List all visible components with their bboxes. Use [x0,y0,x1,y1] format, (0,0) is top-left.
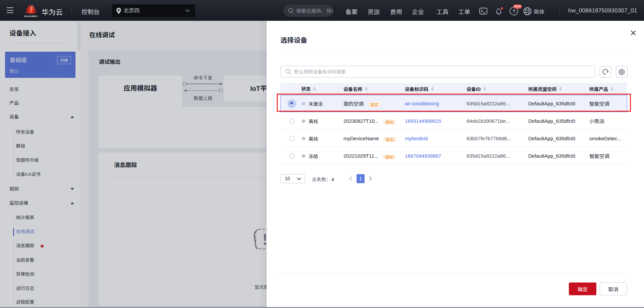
status-dot [302,137,305,140]
status-dot [302,102,305,105]
col-product[interactable]: 所属产品 [588,86,627,92]
radio-selected[interactable] [289,101,294,106]
refresh-icon [602,69,608,75]
table-header: 状态 设备名称 设备标识码 设备ID 所属资源空间 所属产品 [280,83,627,95]
modal-footer-divider [280,273,627,274]
sort-icon[interactable] [611,87,613,91]
notifications-bell-icon[interactable] [495,7,503,15]
sort-icon[interactable] [483,87,486,91]
top-bar: HUAWEI 华为云 控制台 北京四 备案 资源 费用 企业 工具 工单 [0,0,644,21]
gear-icon [619,69,625,75]
brand-name[interactable]: 华为云 [42,7,63,17]
radio-unselected[interactable] [289,153,294,159]
sort-icon[interactable] [313,87,316,91]
col-device-name[interactable]: 设备名称 [342,86,404,92]
col-device-id[interactable]: 设备ID [466,86,527,92]
search-icon [288,8,293,13]
console-link[interactable]: 控制台 [82,7,100,16]
device-row-4[interactable]: 冻结 20221029T11...虚拟 1667044939897 635d15… [280,147,627,165]
device-type-tag: 真实 [368,102,381,107]
sort-icon[interactable] [431,87,434,91]
huawei-logo[interactable] [25,4,37,14]
node-id-link[interactable]: 1667044939897 [405,153,441,159]
next-page-icon[interactable] [369,176,372,181]
ok-button[interactable]: 确定 [569,283,596,295]
column-settings-button[interactable] [616,66,627,78]
col-node-id[interactable]: 设备标识码 [404,86,466,92]
device-table: 状态 设备名称 设备标识码 设备ID 所属资源空间 所属产品 未激活 我的空调真… [280,83,627,165]
sort-icon[interactable] [559,87,562,91]
refresh-button[interactable] [600,66,611,78]
help-icon[interactable]: ? NEW [509,7,518,15]
total-count: 总条数：4 [312,176,334,183]
location-pin-icon [116,8,121,14]
status-dot [302,154,305,158]
device-type-tag: 真实 [383,137,396,142]
col-resource-space[interactable]: 所属资源空间 [527,86,588,93]
device-row-1[interactable]: 未激活 我的空调真实 air-conditioning 635d15a8222a… [280,95,627,112]
modal-title: 选择设备 [280,35,307,45]
modal-title-divider [280,53,627,53]
cli-terminal-icon[interactable] [479,8,487,14]
topbar-menu-beian[interactable]: 备案 [345,7,358,16]
region-label: 北京四 [123,4,140,17]
region-selector[interactable]: 北京四 [112,4,195,17]
node-id-link[interactable]: myNodeId [405,136,428,141]
cancel-button[interactable]: 取消 [600,283,627,295]
topbar-divider [71,8,72,13]
topbar-menu-tools[interactable]: 工具 [436,7,448,16]
radio-unselected[interactable] [289,136,294,141]
prev-page-icon[interactable] [349,176,352,181]
chevron-down-icon [185,9,190,12]
svg-text:?: ? [513,9,515,14]
page-size-select[interactable]: 10 [280,174,305,183]
huawei-wordmark: HUAWEI [24,15,38,18]
device-search-input[interactable] [294,66,589,77]
radio-unselected[interactable] [289,118,294,124]
page-number[interactable]: 1 [357,174,365,183]
sort-icon[interactable] [365,87,368,91]
device-type-tag: 虚拟 [383,119,396,124]
global-search-input[interactable] [296,5,333,17]
account-name[interactable]: hw_008618750930307_01 [568,7,637,14]
node-id-link[interactable]: 1693144908615 [405,118,441,124]
hamburger-menu-icon[interactable] [7,7,13,13]
language-label[interactable]: 简体 [534,7,544,15]
search-icon [285,69,291,74]
topbar-divider-2 [559,6,560,14]
close-icon[interactable] [630,30,637,36]
topbar-menu-resources[interactable]: 资源 [368,7,380,16]
node-id-link[interactable]: air-conditioning [405,101,439,106]
topbar-menu-billing[interactable]: 费用 [390,7,402,16]
device-row-3[interactable]: 离线 myDeviceName真实 myNodeId 63b57fe7b7768… [280,130,627,147]
language-globe-icon[interactable] [523,7,532,15]
global-search[interactable] [283,5,333,17]
new-badge: NEW [513,4,522,9]
select-device-drawer: 选择设备 状态 设备名称 设备标识码 设备ID 所属资源空间 所属产品 [267,21,644,308]
col-status[interactable]: 状态 [300,85,342,93]
chevron-down-icon [297,177,301,180]
device-search-box[interactable] [280,66,595,78]
topbar-menu-ticket[interactable]: 工单 [458,7,470,16]
status-dot [302,119,305,123]
device-row-2[interactable]: 离线 20230827T10...虚拟 1693144908615 64eb2b… [280,112,627,130]
device-type-tag: 虚拟 [383,154,395,159]
topbar-menu-enterprise[interactable]: 企业 [412,7,424,16]
